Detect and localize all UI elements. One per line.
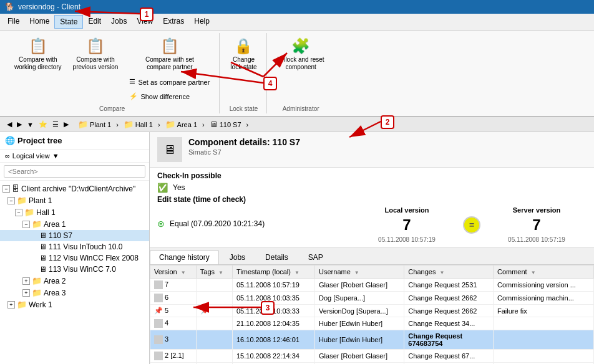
hall1-label: Hall 1 [36, 208, 56, 217]
table-row[interactable]: 2 [2.1]15.10.2008 22:14:34Glaser [Robert… [150, 350, 594, 363]
cell-timestamp: 16.10.2008 12:46:01 [232, 330, 314, 350]
sidebar-item-werk1[interactable]: + 📁 Werk 1 [0, 299, 149, 310]
sort-tags[interactable]: ▼ [218, 270, 223, 275]
tab-jobs[interactable]: Jobs [220, 250, 255, 264]
sidebar-item-area3[interactable]: + 📁 Area 3 [0, 287, 149, 299]
menu-home[interactable]: Home [24, 15, 54, 29]
compare-set-label: Compare with setcompare partner [145, 56, 194, 71]
folder-icon-sidebar-area3: 📁 [32, 288, 42, 297]
compare-set-button[interactable]: 📋 Compare with setcompare partner [125, 34, 214, 74]
breadcrumb-plant1[interactable]: 📁 Plant 1 [75, 119, 114, 130]
nav-list[interactable]: ☰ [51, 120, 61, 129]
search-input[interactable] [4, 165, 145, 178]
cell-changes: Change Request 2662 [404, 292, 494, 305]
menu-help[interactable]: Help [189, 15, 215, 29]
checkin-row: Check-In possible [157, 171, 587, 180]
sidebar-item-113visu[interactable]: 🖥 113 Visu WinCC 7.0 [0, 264, 149, 275]
server-version-date: 05.11.2008 10:57:19 [487, 236, 587, 243]
sidebar-item-area1[interactable]: − 📁 Area 1 [0, 218, 149, 230]
cell-comment: Commissioning machin... [493, 292, 593, 305]
breadcrumb-hall1[interactable]: 📁 Hall 1 [121, 119, 155, 130]
table-row[interactable]: 316.10.2008 12:46:01Huber [Edwin Huber]C… [150, 330, 594, 350]
table-row[interactable]: 605.11.2008 10:03:35Dog [Supera...]Chang… [150, 292, 594, 305]
cell-tags [196, 330, 232, 350]
nav-back[interactable]: ◀ [5, 120, 14, 129]
menu-jobs[interactable]: Jobs [106, 15, 132, 29]
table-row[interactable]: 📌 5📌05.11.2008 10:03:33VersionDog [Super… [150, 305, 594, 317]
compare-working-label: Compare withworking directory [14, 56, 62, 71]
nav-star[interactable]: ⭐ [37, 120, 49, 129]
change-lock-button[interactable]: 🔒 Changelock state [226, 34, 261, 74]
expand-area2[interactable]: + [22, 277, 30, 285]
compare-working-button[interactable]: 📋 Compare withworking directory [10, 34, 66, 74]
cell-username: Dog [Supera...] [315, 292, 404, 305]
menu-extras[interactable]: Extras [158, 15, 189, 29]
annotation-4: 4 [263, 77, 277, 90]
component-db-icon: 🖥 [163, 143, 176, 157]
show-difference-button[interactable]: ⚡ Show difference [125, 90, 214, 103]
table-row[interactable]: 421.10.2008 12:04:35Huber [Edwin Huber]C… [150, 317, 594, 330]
breadcrumb-nav: ◀ ▶ ▼ ⭐ ☰ ▶ [5, 120, 71, 129]
menu-state[interactable]: State [54, 15, 83, 29]
menu-file[interactable]: File [2, 15, 24, 29]
sort-version[interactable]: ▼ [181, 270, 186, 275]
breadcrumb-110s7[interactable]: 🖥 110 S7 [207, 119, 244, 130]
server-version-block: Server version 7 05.11.2008 10:57:19 [487, 206, 587, 243]
nav-right[interactable]: ▶ [62, 120, 71, 129]
cell-timestamp: 15.10.2008 22:14:34 [232, 350, 314, 363]
expand-area1[interactable]: − [22, 221, 30, 228]
folder-icon-sidebar-hall1: 📁 [24, 208, 34, 217]
checkin-label: Check-In possible [157, 171, 222, 180]
version-row: ⊜ Equal (07.09.2020 10:21:34) Local vers… [157, 206, 587, 243]
plant1-label: Plant 1 [29, 196, 52, 205]
tab-change-history[interactable]: Change history [150, 250, 219, 264]
set-compare-icon: ☰ [129, 78, 135, 86]
sidebar-item-hall1[interactable]: − 📁 Hall 1 [0, 206, 149, 218]
112visu-label: 112 Visu WinCC Flex 2008 [49, 254, 139, 262]
annotation-2: 2 [381, 115, 394, 129]
set-compare-partner-button[interactable]: ☰ Set as compare partner [125, 75, 214, 89]
expand-hall1[interactable]: − [15, 209, 22, 216]
view-dropdown-icon: ▼ [52, 152, 59, 160]
sidebar-item-area2[interactable]: + 📁 Area 2 [0, 275, 149, 287]
breadcrumb-area1[interactable]: 📁 Area 1 [163, 119, 200, 130]
nav-forward[interactable]: ▶ [15, 120, 24, 129]
editstate-label: Edit state (time of check) [157, 195, 246, 204]
folder-icon-sidebar-area1: 📁 [32, 219, 42, 229]
sidebar-item-archive[interactable]: − 🗄 Client archive "D:\vdClientArchive" [0, 183, 149, 194]
tab-sap[interactable]: SAP [299, 250, 333, 264]
sidebar-item-112visu[interactable]: 🖥 112 Visu WinCC Flex 2008 [0, 252, 149, 264]
puzzle-icon: 🧩 [291, 37, 310, 55]
sort-timestamp[interactable]: ▼ [295, 270, 299, 275]
werk1-label: Werk 1 [29, 300, 52, 309]
unlock-reset-button[interactable]: 🧩 Unlock and resetcomponent [273, 34, 329, 74]
sort-changes[interactable]: ▼ [439, 270, 444, 275]
expand-area3[interactable]: + [22, 289, 30, 297]
compare-previous-label: Compare withprevious version [73, 56, 119, 71]
compare-previous-button[interactable]: 📋 Compare withprevious version [69, 34, 123, 74]
sidebar-item-110s7[interactable]: 🖥 110 S7 [0, 230, 149, 241]
cell-tags [196, 292, 232, 305]
cell-version: 6 [150, 292, 197, 305]
table-row[interactable]: 705.11.2008 10:57:19Glaser [Robert Glase… [150, 279, 594, 292]
sidebar-item-plant1[interactable]: − 📁 Plant 1 [0, 194, 149, 206]
expand-plant1[interactable]: − [7, 197, 15, 204]
cell-tags: 📌 [196, 305, 232, 317]
expand-archive[interactable]: − [2, 185, 10, 193]
sort-username[interactable]: ▼ [354, 270, 359, 275]
server-version-number: 7 [487, 216, 587, 234]
tab-details[interactable]: Details [256, 250, 298, 264]
ribbon-group-lockstate: 🔒 Changelock state Lock state [221, 33, 266, 113]
archive-label: Client archive "D:\vdClientArchive" [21, 184, 135, 193]
expand-werk1[interactable]: + [7, 301, 15, 309]
cell-tags [196, 350, 232, 363]
sidebar-search-box [0, 163, 149, 181]
sidebar-view-selector[interactable]: ∞ Logical view ▼ [0, 150, 149, 163]
cell-timestamp: 05.11.2008 10:57:19 [232, 279, 314, 292]
sidebar-item-111visu[interactable]: 🖥 111 Visu InTouch 10.0 [0, 241, 149, 252]
cell-tags [196, 317, 232, 330]
sort-comment[interactable]: ▼ [531, 270, 536, 275]
menu-edit[interactable]: Edit [83, 15, 106, 29]
nav-dropdown[interactable]: ▼ [25, 120, 36, 129]
breadcrumb-hall1-label: Hall 1 [135, 121, 153, 128]
